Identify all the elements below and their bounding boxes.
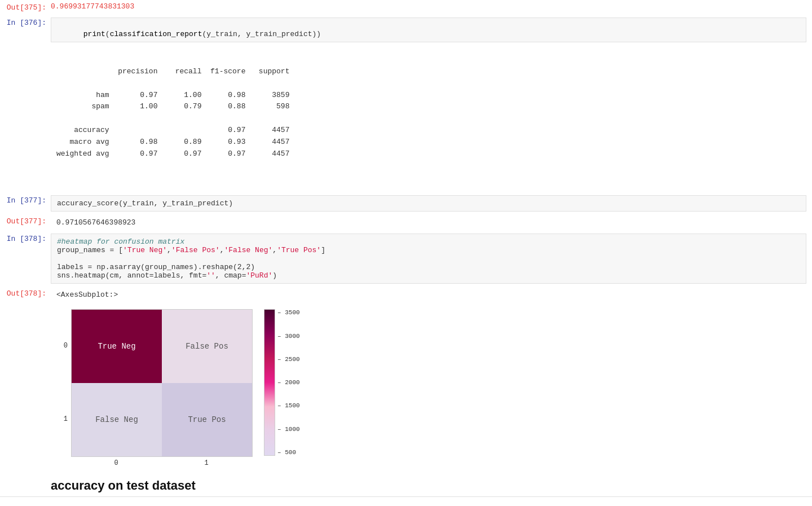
cell-377-output: Out[377]: 0.9710567646398923 bbox=[0, 214, 812, 231]
colorbar-label-1000: – 1000 bbox=[277, 426, 300, 433]
input-376[interactable]: print(classification_report(y_train, y_t… bbox=[51, 17, 806, 42]
colorbar-label-2500: – 2500 bbox=[277, 356, 300, 363]
str4: 'True Pos' bbox=[277, 246, 321, 254]
input-378[interactable]: #heatmap for confusion matrix group_name… bbox=[51, 234, 806, 284]
output-report: precision recall f1-score support ham 0.… bbox=[51, 46, 806, 192]
colorbar-row: – 3500 – 3000 – 2500 – 2000 – 1500 – 100… bbox=[264, 309, 300, 456]
colorbar-label-500: – 500 bbox=[277, 449, 300, 456]
prompt-out377: Out[377]: bbox=[0, 214, 51, 231]
colorbar-label-2000: – 2000 bbox=[277, 379, 300, 386]
heatmap-main: True Neg False Pos False Neg True Pos 0 … bbox=[71, 309, 253, 467]
prompt-376-out bbox=[0, 45, 51, 193]
prompt-out378: Out[378]: bbox=[0, 286, 51, 303]
str3: 'False Neg' bbox=[224, 246, 273, 254]
heatmap-grid: True Neg False Pos False Neg True Pos bbox=[71, 309, 253, 457]
output-377: 0.9710567646398923 bbox=[51, 215, 806, 230]
colorbar-label-3500: – 3500 bbox=[277, 309, 300, 316]
str6: 'PuRd' bbox=[246, 271, 272, 280]
cell-378-output-label: Out[378]: <AxesSubplot:> bbox=[0, 286, 812, 303]
colorbar bbox=[264, 309, 275, 456]
x-label-1: 1 bbox=[204, 459, 208, 467]
heatmap-cell-true-pos: True Pos bbox=[162, 383, 252, 456]
section-heading: accuracy on test dataset bbox=[51, 478, 812, 493]
str2: 'False Pos' bbox=[171, 246, 220, 254]
colorbar-label-3000: – 3000 bbox=[277, 333, 300, 340]
section-divider bbox=[0, 496, 812, 497]
cell-376: In [376]: print(classification_report(y_… bbox=[0, 15, 812, 45]
output-375: 0.96993177743831303 bbox=[51, 1, 806, 14]
cell-376-output: precision recall f1-score support ham 0.… bbox=[0, 45, 812, 193]
report-table: precision recall f1-score support ham 0.… bbox=[56, 66, 801, 171]
y-label-1: 1 bbox=[64, 415, 68, 423]
prompt-out375: Out[375]: bbox=[0, 0, 51, 15]
prompt-377: In [377]: bbox=[0, 193, 51, 214]
colorbar-label-1500: – 1500 bbox=[277, 402, 300, 409]
cell-377: In [377]: accuracy_score(y_train, y_trai… bbox=[0, 193, 812, 214]
cell-375-output: Out[375]: 0.96993177743831303 bbox=[0, 0, 812, 15]
heatmap-cell-true-neg: True Neg bbox=[72, 310, 162, 383]
code-comment: #heatmap for confusion matrix bbox=[57, 237, 184, 246]
output-378-text: <AxesSubplot:> bbox=[51, 287, 806, 302]
colorbar-labels: – 3500 – 3000 – 2500 – 2000 – 1500 – 100… bbox=[277, 309, 300, 456]
prompt-376: In [376]: bbox=[0, 15, 51, 45]
input-377[interactable]: accuracy_score(y_train, y_train_predict) bbox=[51, 195, 806, 212]
heatmap-x-axis: 0 1 bbox=[71, 459, 251, 467]
notebook: Out[375]: 0.96993177743831303 In [376]: … bbox=[0, 0, 812, 497]
heatmap-y-axis: 0 1 bbox=[51, 309, 68, 456]
colorbar-container: – 3500 – 3000 – 2500 – 2000 – 1500 – 100… bbox=[264, 309, 300, 456]
heatmap-cell-false-neg: False Neg bbox=[72, 383, 162, 456]
cell-378: In [378]: #heatmap for confusion matrix … bbox=[0, 231, 812, 286]
str5: '' bbox=[206, 271, 215, 280]
prompt-378: In [378]: bbox=[0, 231, 51, 286]
x-label-0: 0 bbox=[114, 459, 118, 467]
heatmap-cell-false-pos: False Pos bbox=[162, 310, 252, 383]
str1: 'True Neg' bbox=[123, 246, 167, 254]
code-fn: print bbox=[83, 30, 105, 38]
heatmap-container: 0 1 True Neg False Pos False Neg True Po… bbox=[51, 309, 812, 467]
y-label-0: 0 bbox=[64, 342, 68, 350]
code-fn2: classification_report bbox=[110, 30, 202, 38]
